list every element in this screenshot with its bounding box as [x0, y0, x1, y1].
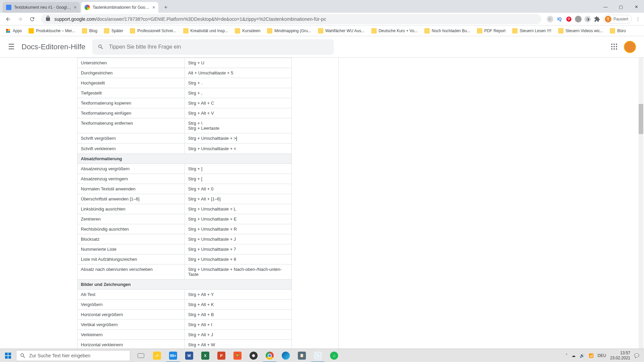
bookmarks-bar: Apps Produktsuche – Mer... Blog Später P… — [0, 25, 644, 36]
bookmark-item[interactable]: PDF Report — [474, 27, 508, 35]
taskbar-search[interactable]: Zur Suche Text hier eingeben — [16, 350, 130, 361]
bookmark-apps[interactable]: Apps — [3, 27, 24, 35]
profile-chip[interactable]: T Pausiert — [603, 15, 632, 23]
folder-icon — [235, 28, 240, 34]
table-row: DurchgestrichenAlt + Umschalttaste + 5 — [77, 68, 292, 78]
shortcut-keys: Strg + Alt + [1–6] — [185, 194, 292, 204]
bookmark-item[interactable]: Produktsuche – Mer... — [26, 27, 78, 35]
extension-pinterest-icon[interactable] — [566, 16, 572, 22]
tray-language[interactable]: DEU — [598, 353, 606, 358]
bookmark-item[interactable]: Büro — [607, 27, 628, 35]
taskbar-obs[interactable]: ◉ — [246, 349, 262, 362]
svg-point-0 — [566, 16, 571, 21]
shortcut-label: Absatzeinzug vergrößern — [77, 164, 185, 174]
tab-label: Textdokument neu #1 - Google D — [14, 5, 71, 10]
close-window-button[interactable]: ✕ — [629, 2, 644, 11]
back-button[interactable] — [3, 14, 13, 24]
content-area: UnterstrichenStrg + UDurchgestrichenAlt … — [0, 58, 644, 349]
shortcut-keys: Strg + Alt + W — [185, 340, 292, 349]
bookmark-item[interactable]: Professionell Schrei... — [127, 27, 179, 35]
taskbar-brave[interactable]: 🦁 — [229, 349, 246, 362]
tray-volume-icon[interactable]: 🔊 — [580, 353, 585, 358]
shortcut-label: Absatz nach oben/unten verschieben — [77, 264, 185, 279]
bookmark-item[interactable]: Noch hochladen Bu... — [422, 27, 473, 35]
windows-taskbar: Zur Suche Text hier eingeben 📁 99+ W X P… — [0, 349, 644, 362]
shortcut-keys: Strg + Umschalttaste + 7 — [185, 244, 292, 254]
table-row: TiefgestelltStrg + , — [77, 88, 292, 98]
tray-cloud-icon[interactable]: ☁ — [572, 353, 576, 358]
shortcut-label: Absatzeinzug verringern — [77, 174, 185, 184]
extension-iq-icon[interactable]: IQ — [556, 16, 563, 22]
minimize-button[interactable]: — — [598, 2, 613, 11]
taskbar-edge[interactable] — [278, 349, 294, 362]
help-search-input[interactable] — [109, 44, 328, 50]
shortcut-label: Textformatierung entfernen — [77, 118, 185, 133]
maximize-button[interactable]: ▢ — [613, 2, 629, 11]
taskbar-explorer[interactable]: 📁 — [149, 349, 165, 362]
tray-chevron-up-icon[interactable]: ˄ — [566, 353, 568, 358]
help-search-box[interactable] — [92, 39, 334, 55]
shortcut-keys: Strg + Umschalttaste + R — [185, 224, 292, 234]
section-header: Absatzformatierung — [77, 154, 292, 164]
folder-icon — [371, 28, 377, 34]
taskbar-app-generic1[interactable]: 📋 — [294, 349, 310, 362]
table-row: Vertikal vergrößernStrg + Alt + I — [77, 319, 292, 329]
bookmark-item[interactable]: Deutsche Kurs + Vo... — [369, 27, 420, 35]
taskbar-word[interactable]: W — [181, 349, 197, 362]
chrome-menu-button[interactable]: ⋮ — [635, 16, 641, 22]
bookmark-item[interactable]: Wahlfächer WU Aus... — [315, 27, 367, 35]
arrow-left-icon — [5, 16, 11, 22]
scrollbar-thumb[interactable] — [639, 104, 643, 134]
bookmark-item[interactable]: Blog — [79, 27, 100, 35]
browser-tab-1[interactable]: Tastenkombinationen für Google × — [81, 2, 158, 13]
task-view-button[interactable] — [133, 349, 149, 362]
taskbar-powerpoint[interactable]: P — [213, 349, 229, 362]
table-row: Rechtsbündig ausrichtenStrg + Umschaltta… — [77, 224, 292, 234]
table-row: Horizontal verkleinernStrg + Alt + W — [77, 340, 292, 349]
extension-generic-icon[interactable]: ◑ — [584, 16, 591, 22]
close-tab-icon[interactable]: × — [74, 5, 76, 10]
bookmark-item[interactable]: Steuern Lesen !!!! — [509, 27, 554, 35]
start-button[interactable] — [0, 349, 16, 362]
bookmark-item[interactable]: Steuern Videos wic... — [555, 27, 606, 35]
text-cursor — [236, 136, 237, 141]
taskbar-notepad[interactable]: 📄 — [310, 349, 326, 362]
google-apps-button[interactable] — [611, 44, 618, 50]
omnibox[interactable]: support.google.com/docs/answer/179738?co… — [41, 14, 541, 24]
scrollbar-track[interactable] — [639, 58, 643, 349]
reload-icon — [29, 16, 35, 22]
folder-icon — [512, 28, 518, 34]
account-avatar[interactable] — [624, 41, 636, 53]
star-bookmark-icon[interactable]: ☆ — [547, 16, 553, 22]
bookmark-item[interactable]: Mindmapping (Gru... — [264, 27, 314, 35]
shortcut-label: Liste mit Aufzählungszeichen — [77, 254, 185, 264]
bookmark-item[interactable]: Kursideen — [232, 27, 263, 35]
new-tab-button[interactable]: + — [161, 3, 170, 12]
extension-evernote-icon[interactable] — [575, 16, 582, 22]
table-row: UnterstrichenStrg + U — [77, 58, 292, 68]
bookmark-item[interactable]: Später — [101, 27, 126, 35]
browser-tab-0[interactable]: Textdokument neu #1 - Google D × — [3, 2, 80, 13]
window-controls: — ▢ ✕ — [598, 2, 644, 13]
table-row: Absatzeinzug verringernStrg + [ — [77, 174, 292, 184]
tray-notifications-icon[interactable]: 💬 — [634, 353, 639, 358]
bookmark-item[interactable]: Kreativität und Insp... — [180, 27, 231, 35]
extensions-menu-icon[interactable] — [594, 16, 600, 22]
forward-button[interactable] — [15, 14, 25, 24]
table-row: Liste mit AufzählungszeichenStrg + Umsch… — [77, 254, 292, 264]
folder-icon — [477, 28, 482, 34]
hamburger-menu-button[interactable]: ☰ — [8, 43, 15, 51]
close-tab-icon[interactable]: × — [152, 5, 155, 10]
shortcut-label: Schrift vergrößern — [77, 133, 185, 144]
taskbar-spotify[interactable]: ♫ — [326, 349, 342, 362]
shortcut-label: Durchgestrichen — [77, 68, 185, 78]
taskbar-chrome[interactable] — [262, 349, 278, 362]
taskbar-app-99[interactable]: 99+ — [165, 349, 181, 362]
shortcut-label: Hochgestellt — [77, 78, 185, 88]
tray-clock[interactable]: 13:57 23.02.2021 — [610, 351, 630, 360]
tray-wifi-icon[interactable]: 📶 — [589, 353, 594, 358]
shortcut-keys: Strg + Umschalttaste + > — [185, 133, 292, 144]
reload-button[interactable] — [27, 14, 38, 24]
browser-tab-strip: Textdokument neu #1 - Google D × Tastenk… — [0, 0, 644, 13]
taskbar-excel[interactable]: X — [197, 349, 213, 362]
